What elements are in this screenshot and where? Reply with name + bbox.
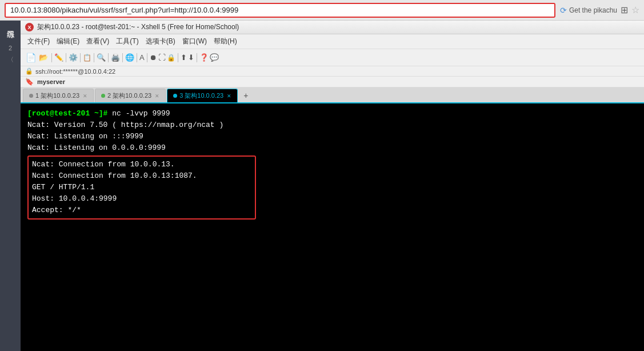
tab-3-dot	[173, 94, 177, 98]
toolbar-copy[interactable]: 📋	[83, 54, 91, 62]
tab-2[interactable]: 2 架构10.0.0.23 ✕	[95, 89, 166, 102]
toolbar-sep7	[137, 53, 137, 62]
tab-1-close[interactable]: ✕	[83, 93, 87, 99]
terminal-hl-3: GET / HTTP/1.1	[32, 182, 251, 193]
toolbar-sep2	[66, 53, 66, 62]
xshell-title: 架构10.0.0.23 - root@test-201:~ - Xshell 5…	[37, 22, 239, 32]
toolbar-transfer-down[interactable]: ⬇	[188, 53, 194, 62]
lock-icon: 🔒	[25, 67, 33, 75]
toolbar-sep3	[80, 53, 81, 62]
toolbar-sep4	[94, 53, 94, 62]
loading-indicator: ⟳ Get the pikachu	[560, 6, 617, 15]
tab-3[interactable]: 3 架构10.0.0.23 ✕	[167, 89, 238, 102]
tab-2-dot	[101, 94, 105, 98]
terminal-hl-1: Ncat: Connection from 10.0.0.13.	[32, 159, 251, 170]
toolbar-sep8	[147, 53, 147, 62]
toolbar-sep5	[108, 53, 109, 62]
bookmark-label[interactable]: myserver	[37, 78, 65, 85]
terminal-line-2: Ncat: Version 7.50 ( https://nmap.org/nc…	[27, 119, 637, 131]
session-address: ssh://root:******@10.0.0.4:22	[35, 68, 115, 75]
toolbar-lock[interactable]: 🔒	[167, 54, 175, 62]
menu-file[interactable]: 文件(F)	[24, 35, 53, 47]
sidebar-chevron-2[interactable]: 〈	[7, 55, 14, 64]
toolbar-globe[interactable]: 🌐	[125, 53, 134, 62]
menu-view[interactable]: 查看(V)	[83, 35, 113, 47]
menu-edit[interactable]: 编辑(E)	[53, 35, 83, 47]
toolbar-open[interactable]: 📂	[38, 52, 49, 63]
tab-bar: 1 架构10.0.0.23 ✕ 2 架构10.0.0.23 ✕ 3 架构10.0…	[21, 87, 644, 103]
terminal-hl-2: Ncat: Connection from 10.0.0.13:1087.	[32, 170, 251, 182]
terminal-prompt: [root@test-201 ~]#	[27, 109, 107, 118]
menu-window[interactable]: 窗口(W)	[179, 35, 210, 47]
toolbar-search[interactable]: 🔍	[97, 53, 106, 62]
toolbar-chat[interactable]: 💬	[210, 53, 219, 62]
menu-bar: 文件(F) 编辑(E) 查看(V) 工具(T) 选项卡(B) 窗口(W) 帮助(…	[21, 34, 644, 49]
url-bar[interactable]: 10.0.0.13:8080/pikachu/vul/ssrf/ssrf_cur…	[5, 3, 555, 18]
menu-tabs[interactable]: 选项卡(B)	[142, 35, 179, 47]
main-layout: 练 习 〈 2 〈 X 架构10.0.0.23 - root@test-201:…	[0, 21, 644, 351]
terminal-hl-4: Host: 10.0.0.4:9999	[32, 193, 251, 205]
terminal-line-1: [root@test-201 ~]# nc -lvvp 9999	[27, 108, 637, 119]
toolbar-transfer-up[interactable]: ⬆	[181, 53, 187, 62]
toolbar-font[interactable]: A	[139, 53, 145, 62]
menu-tools[interactable]: 工具(T)	[113, 35, 142, 47]
bookmark-icon: 🔖	[25, 78, 34, 86]
tab-3-label: 3 架构10.0.0.23	[179, 91, 223, 100]
terminal-hl-5: Accept: */*	[32, 205, 251, 216]
tab-1-label: 1 架构10.0.0.23	[35, 91, 79, 100]
toolbar-pencil[interactable]: ✏️	[54, 53, 63, 62]
toolbar-print[interactable]: 🖨️	[111, 53, 120, 62]
session-bar: 🔒 ssh://root:******@10.0.0.4:22	[21, 66, 644, 77]
toolbar-sep9	[178, 53, 178, 62]
toolbar-fullscreen[interactable]: ⛶	[158, 53, 166, 62]
page-title: Get the pikachu	[569, 6, 617, 14]
tab-2-close[interactable]: ✕	[155, 93, 159, 99]
tab-1-dot	[29, 94, 33, 98]
left-sidebar: 练 习 〈 2 〈	[0, 21, 21, 351]
terminal-cmd: nc -lvvp 9999	[107, 109, 170, 118]
star-icon[interactable]: ☆	[631, 5, 639, 15]
tab-2-label: 2 架构10.0.0.23	[107, 91, 151, 100]
menu-help[interactable]: 帮助(H)	[210, 35, 241, 47]
sidebar-chevron-1[interactable]: 〈	[7, 32, 14, 41]
toolbar-new[interactable]: 📄	[25, 52, 37, 63]
terminal: [root@test-201 ~]# nc -lvvp 9999 Ncat: V…	[21, 103, 644, 351]
tab-add-button[interactable]: +	[239, 89, 253, 102]
tab-1[interactable]: 1 架构10.0.0.23 ✕	[23, 89, 94, 102]
toolbar-help[interactable]: ❓	[199, 53, 209, 62]
sidebar-number: 2	[9, 45, 12, 51]
bookmark-bar: 🔖 myserver	[21, 77, 644, 87]
toolbar-sep6	[122, 53, 123, 62]
toolbar-sep1	[51, 53, 52, 62]
url-text: 10.0.0.13:8080/pikachu/vul/ssrf/ssrf_cur…	[10, 6, 238, 14]
grid-icon[interactable]: ⊞	[621, 5, 628, 15]
xshell-titlebar: X 架构10.0.0.23 - root@test-201:~ - Xshell…	[21, 21, 644, 34]
terminal-line-3: Ncat: Listening on :::9999	[27, 131, 637, 142]
xshell-window: X 架构10.0.0.23 - root@test-201:~ - Xshell…	[21, 21, 644, 351]
toolbar-record[interactable]: ⏺	[150, 53, 157, 62]
terminal-line-4: Ncat: Listening on 0.0.0.0:9999	[27, 142, 637, 154]
toolbar-sep10	[197, 53, 197, 62]
toolbar: 📄 📂 ✏️ ⚙️ 📋 🔍 🖨️ 🌐 A ⏺ ⛶ 🔒 ⬆ ⬇ ❓	[21, 49, 644, 66]
tab-3-close[interactable]: ✕	[227, 93, 231, 99]
xshell-app-icon: X	[25, 23, 34, 31]
terminal-highlight-block: Ncat: Connection from 10.0.0.13. Ncat: C…	[27, 155, 256, 220]
toolbar-gear[interactable]: ⚙️	[69, 53, 78, 62]
